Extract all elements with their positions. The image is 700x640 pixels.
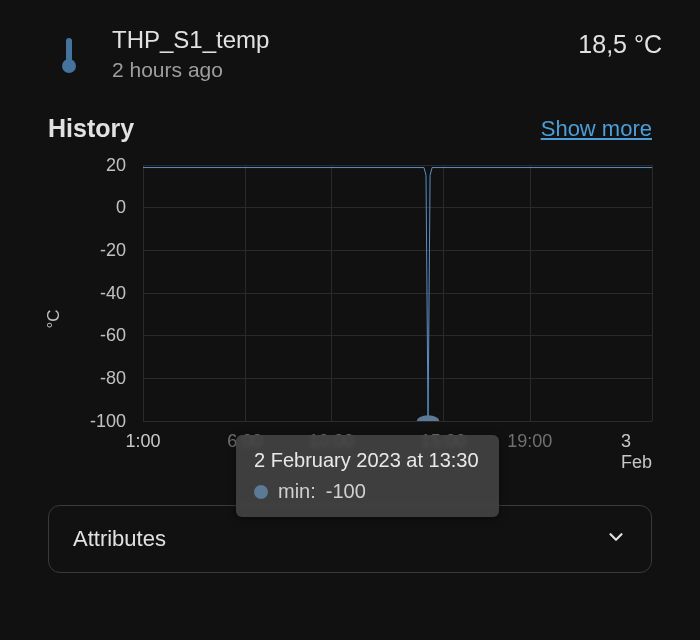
entity-state: 18,5 °C — [578, 26, 662, 59]
tooltip-value: -100 — [326, 480, 366, 503]
x-tick: 19:00 — [507, 431, 552, 452]
history-title: History — [48, 114, 134, 143]
svg-point-2 — [417, 415, 439, 421]
tooltip-date: 2 February 2023 at 13:30 — [254, 449, 479, 472]
svg-point-1 — [62, 59, 76, 73]
y-tick: -100 — [90, 411, 126, 432]
show-more-link[interactable]: Show more — [541, 116, 652, 142]
chevron-down-icon — [605, 526, 627, 552]
chart-tooltip: 2 February 2023 at 13:30 min: -100 — [236, 435, 499, 517]
entity-header: THP_S1_temp 2 hours ago 18,5 °C — [28, 18, 672, 106]
y-tick: -40 — [100, 283, 126, 304]
y-tick: -80 — [100, 368, 126, 389]
thermometer-icon — [52, 26, 86, 76]
y-tick: -20 — [100, 240, 126, 261]
svg-rect-0 — [66, 38, 72, 62]
y-tick: -60 — [100, 325, 126, 346]
x-tick: 3 Feb — [621, 431, 652, 473]
tooltip-series-dot — [254, 485, 268, 499]
y-tick: 0 — [116, 197, 126, 218]
x-tick: 1:00 — [125, 431, 160, 452]
history-chart[interactable]: °C 20 0 -20 -40 -60 -80 -100 — [38, 165, 662, 485]
chart-plot — [143, 165, 652, 421]
tooltip-series-label: min: — [278, 480, 316, 503]
entity-last-changed: 2 hours ago — [112, 58, 552, 82]
attributes-label: Attributes — [73, 526, 166, 552]
entity-name: THP_S1_temp — [112, 26, 552, 54]
y-axis-ticks: 20 0 -20 -40 -60 -80 -100 — [38, 165, 136, 421]
y-tick: 20 — [106, 155, 126, 176]
